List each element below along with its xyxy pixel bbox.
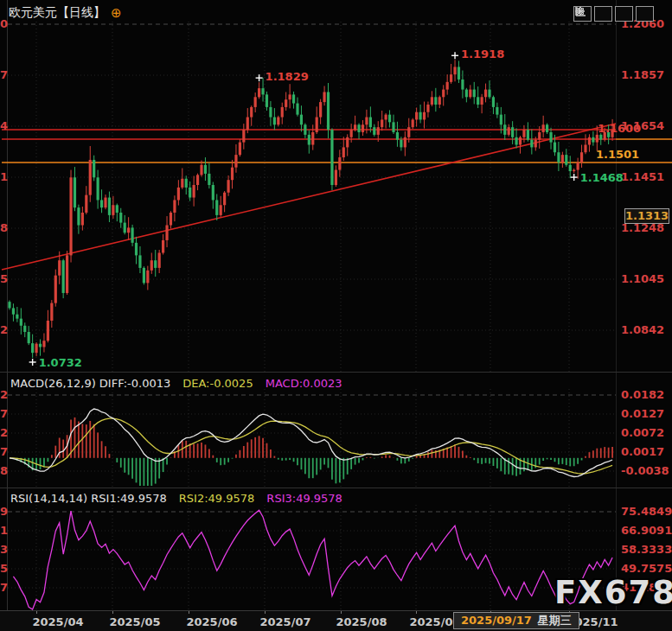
x-axis-label: 2025/08 <box>336 615 387 628</box>
rsi2-value: RSI2:49.9578 <box>179 492 255 505</box>
macd-macd-value: MACD:0.0023 <box>266 377 342 390</box>
macd-axis-tick: 0.0017 <box>621 445 664 458</box>
add-indicator-icon[interactable]: ⊕ <box>111 7 122 19</box>
chart-window: 欧元美元【日线】 ⊕ MACD(26,12,9) DIFF:-0.0013DEA… <box>0 0 672 631</box>
x-axis-bar[interactable]: 2025/042025/052025/062025/072025/082025/… <box>0 610 672 631</box>
x-axis-label: 2025/06 <box>186 615 237 628</box>
crosshair-weekday: 星期三 <box>538 614 572 627</box>
left-axis-digit: 9 <box>0 505 8 518</box>
rsi-axis-tick: 58.3333 <box>621 543 672 556</box>
x-axis-tick <box>341 611 342 614</box>
macd-axis-tick: -0.0038 <box>621 464 669 477</box>
macd-axis-tick: 0.0182 <box>621 388 664 401</box>
left-axis-digit: 1 <box>0 170 8 183</box>
left-axis-digit: 2 <box>0 323 8 336</box>
left-axis-digit: 2 <box>0 426 8 439</box>
x-axis-tick <box>189 611 189 614</box>
x-axis-tick <box>265 611 266 614</box>
crosshair-date: 2025/09/17 <box>461 614 532 627</box>
crosshair-date-box: 2025/09/17星期三 <box>453 612 579 629</box>
x-axis-label: 2025/05 <box>109 615 160 628</box>
left-axis-digit: 7 <box>0 407 8 420</box>
high-annotation: 1.1918 <box>461 48 504 61</box>
left-axis-digit: 8 <box>0 221 8 234</box>
price-axis-tick: 1.1451 <box>621 170 664 183</box>
low-annotation: 1.0732 <box>39 356 82 369</box>
chart-canvas[interactable] <box>0 0 672 631</box>
low-annotation: 1.1468 <box>580 171 624 184</box>
x-axis-tick <box>416 611 417 614</box>
rsi-axis-tick: 66.9091 <box>621 524 672 537</box>
macd-axis-tick: 0.0127 <box>621 407 664 420</box>
macd-axis-tick: 0.0072 <box>621 426 664 439</box>
left-axis-digit: 1 <box>0 524 8 537</box>
left-axis-digit: 5 <box>0 562 8 575</box>
left-axis-digit: 8 <box>0 464 8 477</box>
rsi-header: RSI(14,14,14) RSI1:49.9578RSI2:49.9578RS… <box>10 492 342 505</box>
macd-values: MACD(26,12,9) DIFF:-0.0013 <box>10 377 170 390</box>
macd-dea-value: DEA:-0.0025 <box>182 377 253 390</box>
left-axis-digit: 2 <box>0 388 8 401</box>
x-axis-label: 2025/04 <box>32 615 83 628</box>
chart-header: 欧元美元【日线】 ⊕ <box>9 5 122 21</box>
rsi-axis-tick: 49.7575 <box>621 562 672 575</box>
left-axis-digit: 0 <box>0 17 8 30</box>
rsi1-value: RSI(14,14,14) RSI1:49.9578 <box>10 492 167 505</box>
high-annotation: 1.1829 <box>266 70 309 83</box>
rsi-axis-tick: 75.4849 <box>621 505 672 518</box>
x-axis-label: 2025/07 <box>259 615 310 628</box>
price-axis-tick: 1.1857 <box>621 68 664 81</box>
price-axis-tick: 1.1654 <box>621 119 664 132</box>
shift-chart-tool-icon[interactable] <box>636 6 654 22</box>
left-axis-digit: 7 <box>0 445 8 458</box>
price-axis-tick: 1.1045 <box>621 272 664 285</box>
price-tag: 1.1313 <box>624 208 669 224</box>
macd-header: MACD(26,12,9) DIFF:-0.0013DEA:-0.0025MAC… <box>10 377 342 390</box>
symbol-title: 欧元美元【日线】 <box>9 5 106 21</box>
left-axis-digit: 7 <box>0 581 8 594</box>
left-axis-digit: 7 <box>0 68 8 81</box>
watermark: FX678 <box>554 574 672 611</box>
toolbar <box>573 6 654 22</box>
x-axis-tick <box>112 611 113 614</box>
left-axis-digit: 4 <box>0 119 8 132</box>
axis-range-tool-icon[interactable] <box>594 6 612 22</box>
x-axis-tick <box>36 611 37 614</box>
support-level-label: 1.1501 <box>596 148 639 161</box>
left-axis-digit: 5 <box>0 272 8 285</box>
auto-fit-tool-icon[interactable] <box>615 6 633 22</box>
left-axis-digit: 3 <box>0 543 8 556</box>
rsi3-value: RSI3:49.9578 <box>266 492 342 505</box>
price-axis-tick: 1.0842 <box>621 323 664 336</box>
